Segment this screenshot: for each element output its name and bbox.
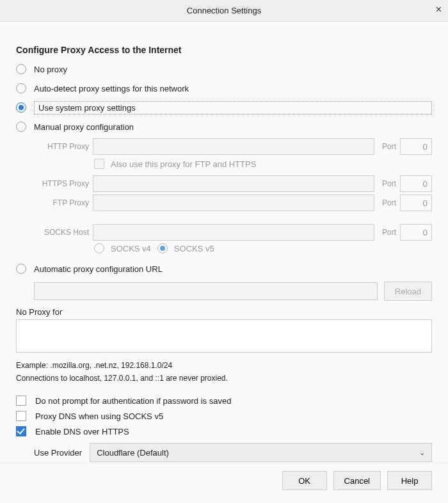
ftp-proxy-label: FTP Proxy: [34, 198, 89, 207]
example-text: Example: .mozilla.org, .net.nz, 192.168.…: [16, 361, 432, 370]
https-proxy-label: HTTPS Proxy: [34, 179, 89, 188]
port-label: Port: [382, 179, 396, 188]
checkbox-label: Enable DNS over HTTPS: [35, 427, 129, 436]
port-label: Port: [382, 228, 396, 237]
close-icon[interactable]: ×: [436, 4, 442, 15]
radio-icon: [16, 83, 26, 93]
port-label: Port: [382, 198, 396, 207]
radio-icon: [157, 243, 168, 253]
radio-pac[interactable]: Automatic proxy configuration URL: [16, 260, 432, 278]
port-label: Port: [382, 142, 396, 151]
no-proxy-for-label: No Proxy for: [16, 307, 432, 317]
checkbox-label: Proxy DNS when using SOCKS v5: [35, 411, 163, 421]
http-port-input[interactable]: [400, 138, 432, 155]
radio-icon: [16, 102, 26, 113]
radio-label: Manual proxy configuration: [34, 122, 134, 132]
chevron-down-icon: ⌄: [419, 449, 425, 457]
checkbox-label: Do not prompt for authentication if pass…: [35, 396, 231, 406]
checkbox-icon: [16, 426, 26, 436]
socks-host-label: SOCKS Host: [34, 228, 89, 237]
ftp-port-input[interactable]: [400, 195, 432, 211]
ftp-proxy-input[interactable]: [93, 195, 374, 211]
https-port-input[interactable]: [400, 175, 432, 192]
provider-select[interactable]: Cloudflare (Default) ⌄: [90, 443, 432, 462]
note-text: Connections to localhost, 127.0.0.1, and…: [16, 374, 432, 383]
https-proxy-input[interactable]: [93, 175, 374, 192]
no-prompt-checkbox[interactable]: Do not prompt for authentication if pass…: [16, 395, 432, 406]
dialog: Connection Settings × Configure Proxy Ac…: [0, 0, 448, 503]
dialog-footer: OK Cancel Help: [0, 463, 448, 503]
socks-host-input[interactable]: [93, 224, 374, 241]
dialog-content: Configure Proxy Access to the Internet N…: [0, 22, 448, 463]
ok-button[interactable]: OK: [282, 471, 327, 490]
radio-label: Auto-detect proxy settings for this netw…: [34, 84, 189, 93]
checkbox-icon: [94, 159, 104, 169]
radio-system-proxy[interactable]: Use system proxy settings: [16, 99, 432, 116]
proxy-dns-checkbox[interactable]: Proxy DNS when using SOCKS v5: [16, 411, 432, 421]
radio-icon: [16, 64, 26, 74]
radio-icon: [16, 122, 26, 132]
provider-value: Cloudflare (Default): [97, 448, 169, 458]
radio-no-proxy[interactable]: No proxy: [16, 60, 432, 78]
dialog-header: Connection Settings ×: [0, 0, 448, 22]
provider-label: Use Provider: [34, 448, 82, 458]
radio-icon: [16, 264, 26, 274]
socks-v5-label[interactable]: SOCKS v5: [174, 244, 214, 253]
also-use-checkbox[interactable]: Also use this proxy for FTP and HTTPS: [94, 159, 432, 169]
no-proxy-for-input[interactable]: [16, 319, 432, 353]
radio-auto-detect[interactable]: Auto-detect proxy settings for this netw…: [16, 79, 432, 97]
http-proxy-label: HTTP Proxy: [34, 142, 89, 151]
http-proxy-input[interactable]: [93, 138, 374, 155]
manual-proxy-block: HTTP Proxy Port Also use this proxy for …: [16, 138, 432, 253]
dialog-title: Connection Settings: [187, 6, 261, 15]
radio-icon: [94, 243, 104, 253]
help-button[interactable]: Help: [387, 471, 432, 490]
radio-label: Use system proxy settings: [34, 101, 432, 115]
doh-checkbox[interactable]: Enable DNS over HTTPS: [16, 426, 432, 436]
radio-label: Automatic proxy configuration URL: [34, 264, 163, 274]
section-heading: Configure Proxy Access to the Internet: [16, 45, 432, 55]
socks-port-input[interactable]: [400, 224, 432, 241]
cancel-button[interactable]: Cancel: [333, 471, 381, 490]
radio-manual-proxy[interactable]: Manual proxy configuration: [16, 118, 432, 136]
socks-v4-label[interactable]: SOCKS v4: [111, 244, 151, 253]
checkbox-icon: [16, 395, 26, 406]
pac-url-input[interactable]: [34, 282, 378, 300]
reload-button[interactable]: Reload: [384, 282, 432, 301]
radio-label: No proxy: [34, 65, 67, 74]
pac-row: Reload: [16, 282, 432, 301]
checkbox-label: Also use this proxy for FTP and HTTPS: [111, 159, 256, 169]
provider-row: Use Provider Cloudflare (Default) ⌄: [34, 443, 432, 462]
checkbox-icon: [16, 411, 26, 421]
